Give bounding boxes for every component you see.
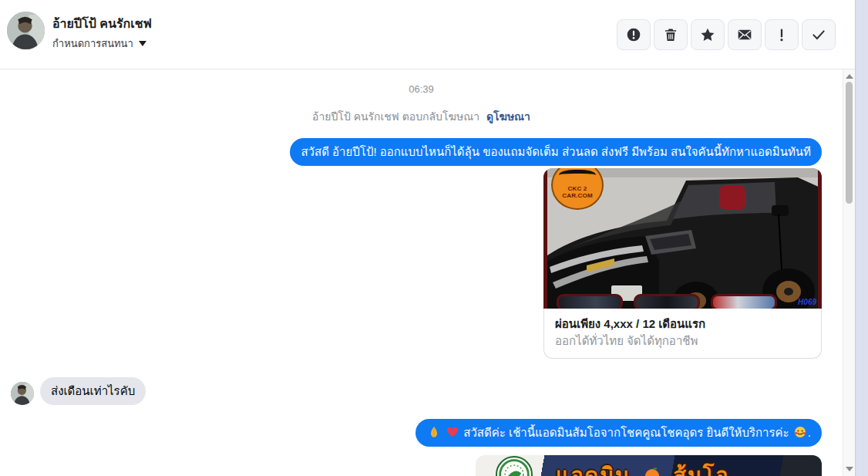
view-ad-link[interactable]: ดูโฆษณา xyxy=(486,110,530,123)
dealer-logo-text: CKC 2 CAR.COM xyxy=(553,185,602,199)
photo-thumbnails xyxy=(543,292,822,309)
outgoing-message-text: สวัสดีค่ะ เช้านี้แอดมินส้มโอจากโชคคูณโชค… xyxy=(463,426,789,439)
messenger-window: อ้ายปีโป้ คนรักเชฟ กำหนดการสนทนา xyxy=(0,0,868,476)
message-thread: 06:39 อ้ายปีโป้ คนรักเชฟ ตอบกลับโฆษณา ดู… xyxy=(0,69,843,476)
car-swoosh-icon xyxy=(559,170,596,181)
tangerine-emoji xyxy=(643,465,661,476)
bottom-image-caption: แอดมิน ส้มโอ xyxy=(556,458,729,476)
contact-avatar-small xyxy=(11,382,34,405)
incoming-message: ส่งเดือนเท่าไรคับ xyxy=(40,377,146,405)
schedule-label: กำหนดการสนทนา xyxy=(52,35,133,52)
envelope-icon xyxy=(737,27,752,42)
star-button[interactable] xyxy=(691,19,725,50)
system-message: อ้ายปีโป้ คนรักเชฟ ตอบกลับโฆษณา ดูโฆษณา xyxy=(0,108,843,125)
schedule-dropdown[interactable]: กำหนดการสนทนา xyxy=(52,35,152,52)
image-attachment-clipped[interactable]: แอดมิน ส้มโอ xyxy=(476,455,822,476)
timestamp: 06:39 xyxy=(0,83,843,95)
dealer-green-logo xyxy=(496,456,533,476)
ad-subtitle: ออกได้ทั่วไทย จัดได้ทุกอาชีพ xyxy=(555,333,810,349)
smiling-face-with-hearts-emoji xyxy=(794,426,806,438)
green-emblem-icon xyxy=(497,457,531,476)
star-icon xyxy=(700,27,715,42)
caption-part-1: แอดมิน xyxy=(556,464,631,476)
stock-code: H069 xyxy=(798,298,816,306)
contact-identity: อ้ายปีโป้ คนรักเชฟ กำหนดการสนทนา xyxy=(52,15,152,52)
system-message-text: อ้ายปีโป้ คนรักเชฟ ตอบกลับโฆษณา xyxy=(312,110,479,123)
mark-unread-button[interactable] xyxy=(728,19,762,50)
flag-button[interactable] xyxy=(765,19,799,50)
photo-thumbnail xyxy=(711,294,777,309)
contact-avatar[interactable] xyxy=(7,12,45,49)
ad-title: ผ่อนเพียง 4,xxx / 12 เดือนแรก xyxy=(555,316,810,333)
ad-card[interactable]: ผ่อนเพียง 4,xxx / 12 เดือนแรก ออกได้ทั่ว… xyxy=(543,309,822,359)
report-button[interactable] xyxy=(617,19,651,50)
outgoing-message-greeting: สวัสดี อ้ายปีโป้! ออกแบบไหนก็ได้ลุ้น ของ… xyxy=(290,138,822,166)
scrollbar-thumb[interactable] xyxy=(846,82,853,204)
photo-frame-right xyxy=(818,168,822,309)
photo-frame-left xyxy=(543,168,547,309)
message-suffix: . xyxy=(808,426,811,439)
delete-button[interactable] xyxy=(654,19,688,50)
scrollbar[interactable] xyxy=(843,69,855,476)
ad-image[interactable]: CKC 2 CAR.COM H069 xyxy=(543,168,822,309)
chevron-down-icon xyxy=(139,41,146,46)
photo-thumbnail xyxy=(557,294,623,309)
window-edge-strip xyxy=(855,0,868,476)
scroll-down-arrow[interactable] xyxy=(846,467,853,471)
caption-part-2: ส้มโอ xyxy=(673,464,729,476)
photo-thumbnail xyxy=(634,294,700,309)
folded-hands-emoji xyxy=(428,426,440,438)
circle-exclamation-icon xyxy=(626,27,641,42)
person-silhouette-icon xyxy=(7,12,45,49)
contact-name: อ้ายปีโป้ คนรักเชฟ xyxy=(52,15,152,32)
red-heart-emoji xyxy=(446,426,459,438)
ad-attachment[interactable]: CKC 2 CAR.COM H069 ผ่อนเพียง 4,xxx / 12 … xyxy=(543,168,822,359)
incoming-message-row: ส่งเดือนเท่าไรคับ xyxy=(11,377,146,405)
header-actions xyxy=(617,19,836,50)
check-icon xyxy=(811,27,826,42)
scroll-up-arrow[interactable] xyxy=(846,74,853,79)
conversation-header: อ้ายปีโป้ คนรักเชฟ กำหนดการสนทนา xyxy=(0,0,855,69)
person-silhouette-icon xyxy=(11,382,34,405)
trash-icon xyxy=(663,27,678,42)
mark-done-button[interactable] xyxy=(802,19,836,50)
exclamation-icon xyxy=(774,27,789,42)
outgoing-message-admin: สวัสดีค่ะ เช้านี้แอดมินส้มโอจากโชคคูณโชค… xyxy=(415,419,822,447)
